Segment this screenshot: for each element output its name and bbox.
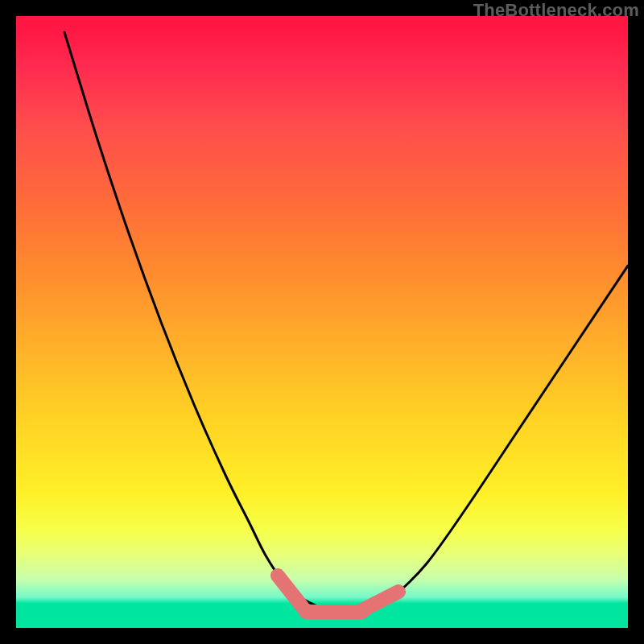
chart-frame	[16, 16, 628, 628]
chart-gradient-background	[16, 16, 628, 628]
